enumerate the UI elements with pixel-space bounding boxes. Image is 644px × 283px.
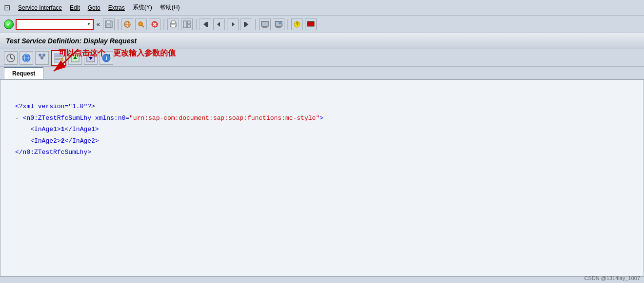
svg-rect-12 — [171, 21, 175, 23]
chevron-down-icon: ▼ — [87, 22, 91, 26]
svg-point-6 — [139, 22, 142, 26]
page-title: Test Service Definition: Display Request — [0, 33, 644, 49]
svg-rect-22 — [244, 22, 245, 27]
separator-4 — [255, 19, 256, 30]
xml-content-area: <?xml version="1.0"?> - <n0:ZTestRfcSumL… — [0, 79, 644, 277]
save-button[interactable] — [103, 19, 115, 30]
separator-1 — [118, 19, 119, 30]
screen1-button[interactable] — [259, 19, 271, 30]
svg-rect-24 — [263, 26, 266, 27]
xml-line-3: <InAge1>1</InAge1> — [15, 124, 629, 135]
layout-button[interactable] — [181, 19, 193, 30]
svg-rect-28 — [276, 27, 281, 28]
separator-2 — [163, 19, 164, 30]
toolbar: ✓ ▼ « — [0, 16, 644, 33]
xml-line-1: <?xml version="1.0"?> — [15, 101, 629, 112]
svg-marker-20 — [232, 22, 235, 27]
menu-bar: ⊡ Service Interface Edit Goto Extras 系统(… — [0, 0, 644, 16]
svg-rect-42 — [43, 54, 45, 56]
menu-system[interactable]: 系统(Y) — [133, 3, 152, 12]
svg-rect-13 — [171, 25, 175, 27]
double-arrow-icon: « — [97, 21, 100, 28]
separator-3 — [196, 19, 197, 30]
tab-bar: Request — [0, 67, 644, 79]
menu-goto[interactable]: Goto — [88, 4, 101, 11]
tab-request[interactable]: Request — [4, 67, 43, 79]
svg-rect-16 — [187, 25, 190, 28]
svg-rect-14 — [183, 21, 186, 28]
footer-text: CSDN @1314lay_1007 — [584, 275, 640, 281]
tree-button[interactable] — [35, 51, 49, 65]
clock-button[interactable] — [4, 51, 18, 65]
help-button[interactable]: ? — [291, 19, 303, 30]
svg-rect-29 — [279, 22, 281, 24]
svg-marker-19 — [217, 22, 220, 27]
svg-rect-33 — [308, 22, 314, 26]
separator-5 — [287, 19, 288, 30]
svg-rect-23 — [262, 21, 268, 26]
menu-service-interface[interactable]: Service Interface — [18, 4, 62, 11]
monitor-button[interactable] — [305, 19, 317, 30]
find-button[interactable] — [135, 19, 147, 30]
svg-rect-34 — [309, 26, 312, 27]
menu-help[interactable]: 帮助(H) — [160, 3, 180, 12]
nav-prev-button[interactable] — [213, 19, 225, 30]
svg-marker-21 — [245, 22, 248, 27]
nav-forward-button[interactable] — [241, 19, 252, 30]
app-icon: ⊡ — [4, 3, 10, 12]
delete-button[interactable] — [149, 19, 161, 30]
xml-line-4: <InAge2>2</InAge2> — [15, 135, 629, 147]
svg-text:?: ? — [296, 22, 299, 27]
globe-button[interactable] — [20, 51, 33, 65]
nav-back-button[interactable] — [200, 19, 211, 30]
svg-rect-1 — [107, 21, 110, 23]
history-dropdown[interactable]: ▼ — [16, 19, 94, 30]
xml-line-2: - <n0:ZTestRfcSumLhy xmlns:n0="urn:sap-c… — [15, 113, 629, 124]
print-button[interactable] — [167, 19, 179, 30]
menu-edit[interactable]: Edit — [70, 4, 80, 11]
svg-rect-43 — [41, 57, 43, 59]
status-ok-icon: ✓ — [4, 19, 14, 29]
svg-rect-41 — [39, 54, 41, 56]
svg-line-37 — [11, 58, 13, 59]
menu-extras[interactable]: Extras — [108, 4, 125, 11]
svg-line-7 — [142, 25, 144, 27]
svg-rect-25 — [262, 27, 267, 28]
svg-rect-15 — [187, 21, 190, 24]
annotation-text: 可以点击这个，更改输入参数的值 — [59, 48, 176, 58]
svg-rect-50 — [55, 59, 60, 60]
action-toolbar: i 可以点击这个，更改输入参数的值 — [0, 49, 644, 67]
svg-rect-2 — [107, 25, 111, 27]
xml-line-5: </n0:ZTestRfcSumLhy> — [15, 147, 629, 158]
nav-next-button[interactable] — [227, 19, 239, 30]
svg-rect-27 — [277, 26, 280, 27]
screen2-button[interactable] — [273, 19, 284, 30]
svg-marker-17 — [203, 22, 206, 27]
search-globe-button[interactable] — [121, 19, 133, 30]
svg-rect-18 — [206, 22, 208, 27]
